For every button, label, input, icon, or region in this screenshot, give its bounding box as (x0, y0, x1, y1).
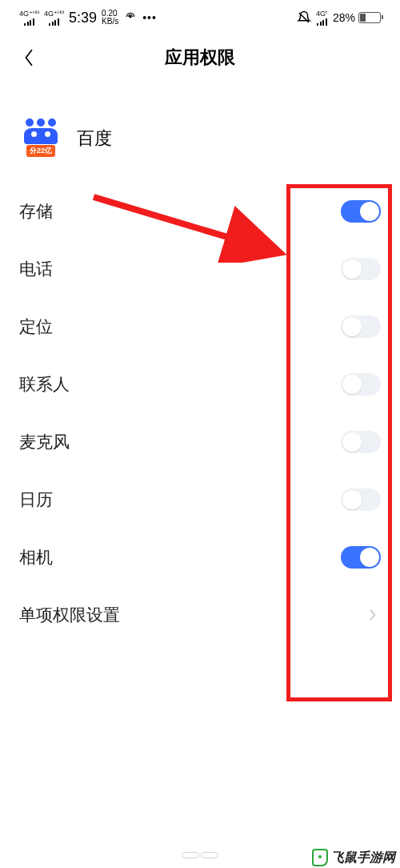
toggle-camera[interactable] (341, 546, 381, 569)
battery-percent: 28% (333, 11, 355, 24)
permission-row-detailed[interactable]: 单项权限设置 (19, 586, 381, 644)
permission-row-storage: 存储 (19, 183, 381, 240)
permission-label: 存储 (19, 200, 53, 223)
permission-row-microphone: 麦克风 (19, 413, 381, 471)
svg-point-0 (130, 16, 131, 18)
toggle-phone[interactable] (341, 258, 381, 280)
signal-1: 4G⁺ᴴᴰ (19, 10, 39, 26)
signal-right: 4Gᵗ (316, 10, 328, 26)
signal-bars-icon (49, 18, 59, 26)
permission-row-contacts: 联系人 (19, 356, 381, 413)
signal-1-label: 4G⁺ᴴᴰ (19, 10, 39, 18)
signal-2-label: 4G⁺ᴴᴰ (44, 10, 64, 18)
permission-list: 存储 电话 定位 联系人 麦克风 日历 相机 单项权限设置 (0, 183, 400, 644)
more-icon: ••• (142, 11, 157, 24)
app-name: 百度 (77, 127, 112, 151)
watermark: 飞鼠手游网 (312, 849, 395, 866)
permission-label: 日历 (19, 488, 53, 511)
status-bar: 4G⁺ᴴᴰ 4G⁺ᴴᴰ 5:39 0.20 KB/s ••• 4Gᵗ (0, 0, 400, 35)
permission-label: 联系人 (19, 373, 70, 396)
permission-label: 麦克风 (19, 431, 70, 453)
watermark-logo-icon (312, 849, 328, 866)
bell-off-icon (297, 10, 311, 25)
permission-label: 定位 (19, 315, 53, 338)
permission-row-phone: 电话 (19, 240, 381, 298)
permission-row-calendar: 日历 (19, 471, 381, 528)
watermark-text: 飞鼠手游网 (331, 850, 395, 866)
permission-row-camera: 相机 (19, 528, 381, 586)
page-title: 应用权限 (0, 46, 400, 70)
signal-bars-icon (24, 18, 34, 26)
toggle-storage[interactable] (341, 200, 381, 223)
app-icon: 分22亿 (19, 117, 62, 160)
signal-right-label: 4Gᵗ (316, 10, 328, 18)
status-time: 5:39 (69, 10, 97, 26)
home-indicator[interactable] (176, 847, 224, 863)
battery-indicator: 28% (333, 11, 381, 24)
permission-label: 电话 (19, 258, 53, 280)
battery-icon (358, 12, 381, 23)
status-right: 4Gᵗ 28% (297, 10, 381, 26)
app-info: 分22亿 百度 (0, 80, 400, 183)
toggle-contacts[interactable] (341, 373, 381, 396)
toggle-location[interactable] (341, 315, 381, 338)
permission-label: 单项权限设置 (19, 604, 120, 626)
status-left: 4G⁺ᴴᴰ 4G⁺ᴴᴰ 5:39 0.20 KB/s ••• (19, 10, 157, 26)
status-data-rate: 0.20 KB/s (102, 10, 118, 26)
nav-header: 应用权限 (0, 35, 400, 80)
chevron-right-icon (365, 607, 381, 623)
hotspot-icon (123, 10, 138, 26)
signal-bars-icon (317, 18, 327, 26)
toggle-calendar[interactable] (341, 488, 381, 511)
toggle-microphone[interactable] (341, 431, 381, 453)
permission-row-location: 定位 (19, 298, 381, 356)
permission-label: 相机 (19, 546, 53, 569)
app-badge: 分22亿 (26, 145, 55, 157)
signal-2: 4G⁺ᴴᴰ (44, 10, 64, 26)
